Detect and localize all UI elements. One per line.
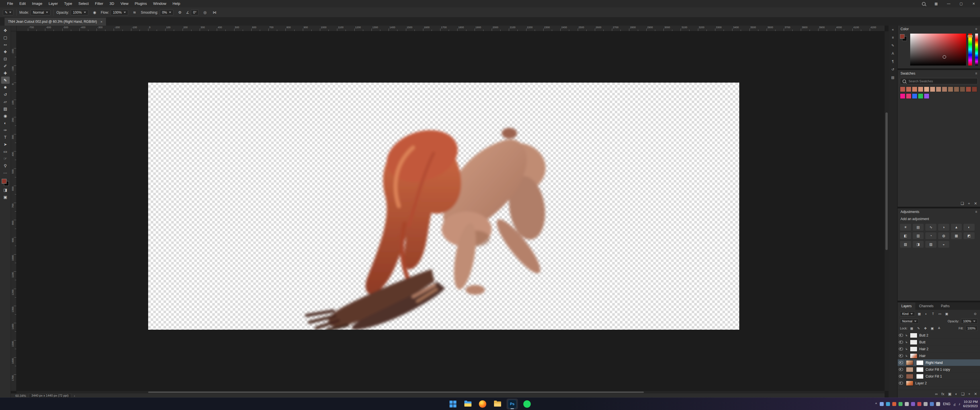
add-layer-mask-icon[interactable]: ▣ xyxy=(948,392,951,396)
hue-slider-cursor[interactable] xyxy=(968,35,973,37)
adjustment-black-white[interactable]: ▥ xyxy=(913,232,924,239)
swatch[interactable] xyxy=(924,94,929,99)
menu-window[interactable]: Window xyxy=(150,0,169,7)
tray-app-icon[interactable] xyxy=(905,402,909,406)
adjustment-color-balance[interactable]: ◧ xyxy=(900,232,911,239)
visibility-toggle[interactable] xyxy=(898,339,905,346)
filter-type-layers-icon[interactable]: T xyxy=(931,311,935,316)
swatch[interactable] xyxy=(948,87,953,92)
menu-3d[interactable]: 3D xyxy=(106,0,118,7)
layer-effects-icon[interactable]: fx xyxy=(942,392,944,396)
layer-row[interactable]: ↳Butt xyxy=(898,339,980,346)
firefox-button[interactable] xyxy=(477,399,488,410)
character-panel-icon[interactable]: A xyxy=(890,51,896,56)
adjustment-brightness-contrast[interactable]: ☀ xyxy=(900,224,911,230)
move-tool[interactable]: ✥ xyxy=(1,27,10,34)
visibility-toggle[interactable] xyxy=(898,373,905,380)
new-group-icon[interactable]: ❏ xyxy=(961,392,965,396)
healing-brush-tool[interactable]: ✚ xyxy=(1,70,10,76)
tray-app-icon[interactable] xyxy=(911,402,915,406)
canvas[interactable] xyxy=(148,83,739,330)
brush-settings-panel-icon[interactable]: ✎ xyxy=(890,43,896,48)
crop-tool[interactable]: ⊡ xyxy=(1,55,10,62)
pen-tool[interactable]: ✑ xyxy=(1,126,10,133)
quick-mask-button[interactable]: ◨ xyxy=(1,186,10,193)
pressure-opacity-icon[interactable]: ◉ xyxy=(91,9,98,16)
horizontal-scrollbar[interactable] xyxy=(16,391,885,394)
swatch[interactable] xyxy=(900,94,905,99)
close-button[interactable]: ✕ xyxy=(967,0,980,7)
paragraph-panel-icon[interactable]: ¶ xyxy=(890,59,896,64)
adjustment-photo-filter[interactable]: ◔ xyxy=(925,232,936,239)
history-brush-tool[interactable]: ↺ xyxy=(1,91,10,98)
shape-tool[interactable]: ▭ xyxy=(1,148,10,155)
tab-layers[interactable]: Layers xyxy=(898,302,915,310)
adjustment-levels[interactable]: ▤ xyxy=(913,224,924,230)
swatch[interactable] xyxy=(936,87,941,92)
folder-button[interactable] xyxy=(492,399,503,410)
hand-tool[interactable]: ☞ xyxy=(1,155,10,162)
swatch[interactable] xyxy=(930,87,935,92)
menu-plugins[interactable]: Plugins xyxy=(132,0,150,7)
tray-app-icon[interactable] xyxy=(924,402,928,406)
vertical-scrollbar[interactable] xyxy=(885,31,889,391)
adjustment-curves[interactable]: ∿ xyxy=(925,224,936,230)
visibility-toggle[interactable] xyxy=(898,380,905,387)
status-arrow-icon[interactable]: › xyxy=(74,394,75,397)
brush-settings-icon[interactable]: ⚙ xyxy=(177,9,183,16)
lock-position-icon[interactable]: ✥ xyxy=(923,326,928,331)
airbrush-icon[interactable]: ≋ xyxy=(131,9,138,16)
visibility-toggle[interactable] xyxy=(898,359,905,366)
delete-layer-icon[interactable]: ✕ xyxy=(974,392,977,396)
visibility-toggle[interactable] xyxy=(898,346,905,353)
symmetry-icon[interactable]: ⋈ xyxy=(211,9,218,16)
clock[interactable]: 10:32 PM 6/23/2023 xyxy=(963,400,978,408)
workspace-switcher-icon[interactable]: ▦ xyxy=(930,0,942,7)
swatch[interactable] xyxy=(960,87,965,92)
foreground-color-swatch[interactable] xyxy=(2,179,6,184)
menu-edit[interactable]: Edit xyxy=(16,0,29,7)
swatch[interactable] xyxy=(912,87,917,92)
maximize-button[interactable]: ▢ xyxy=(955,0,967,7)
adjustment-threshold[interactable]: ◨ xyxy=(913,241,924,248)
edit-toolbar-icon[interactable]: ⋯ xyxy=(1,169,10,176)
tab-paths[interactable]: Paths xyxy=(937,302,953,310)
layer-thumbnail[interactable] xyxy=(910,333,917,338)
minimize-button[interactable]: — xyxy=(942,0,955,7)
layer-thumbnail[interactable] xyxy=(906,374,913,379)
filter-adjustment-layers-icon[interactable]: ◐ xyxy=(924,311,929,316)
visibility-toggle[interactable] xyxy=(898,353,905,359)
filter-smart-objects-icon[interactable]: ▣ xyxy=(944,311,949,316)
tray-app-icon[interactable] xyxy=(930,402,934,406)
new-swatch-group-icon[interactable]: ❏ xyxy=(961,201,964,205)
expand-panels-icon[interactable]: « xyxy=(890,27,896,32)
tray-app-icon[interactable] xyxy=(899,402,902,406)
marquee-tool[interactable]: ▢ xyxy=(1,34,10,41)
properties-panel-icon[interactable]: ≡ xyxy=(890,35,896,40)
close-tab-icon[interactable]: × xyxy=(100,20,103,24)
horizontal-ruler[interactable]: -700-600-500-400-300-200-100010020030040… xyxy=(11,25,885,31)
pressure-size-icon[interactable]: ◎ xyxy=(201,9,208,16)
eraser-tool[interactable]: ▱ xyxy=(1,98,10,105)
layer-thumbnail[interactable] xyxy=(906,367,913,372)
layer-row[interactable]: ↳Butt 2 xyxy=(898,332,980,339)
tray-app-icon[interactable] xyxy=(936,402,940,406)
object-selection-tool[interactable]: ❖ xyxy=(1,48,10,55)
panel-menu-icon[interactable]: ≡ xyxy=(975,72,977,75)
filter-toggle-icon[interactable]: ⊙ xyxy=(973,311,978,316)
libraries-panel-icon[interactable]: ▤ xyxy=(890,75,896,80)
swatch[interactable] xyxy=(972,87,977,92)
fill-select[interactable]: 100% xyxy=(965,326,978,331)
type-tool[interactable]: T xyxy=(1,133,10,141)
lock-transparent-icon[interactable]: ▦ xyxy=(909,326,914,331)
adjustment-posterize[interactable]: ▧ xyxy=(900,241,911,248)
document-tab[interactable]: TNH Jean Cutout 002.psd @ 60.3% (Right H… xyxy=(5,17,106,25)
layer-row[interactable]: Color Fill 1 copy xyxy=(898,366,980,373)
brush-preset-picker[interactable]: ✎ xyxy=(3,10,13,15)
mode-select[interactable]: Normal xyxy=(30,10,51,15)
dodge-tool[interactable]: ◐ xyxy=(1,119,10,126)
history-panel-icon[interactable]: ↺ xyxy=(890,67,896,72)
tray-chevron-icon[interactable]: ^ xyxy=(875,402,877,406)
visibility-toggle[interactable] xyxy=(898,332,905,339)
adjustment-invert[interactable]: ◩ xyxy=(964,232,975,239)
